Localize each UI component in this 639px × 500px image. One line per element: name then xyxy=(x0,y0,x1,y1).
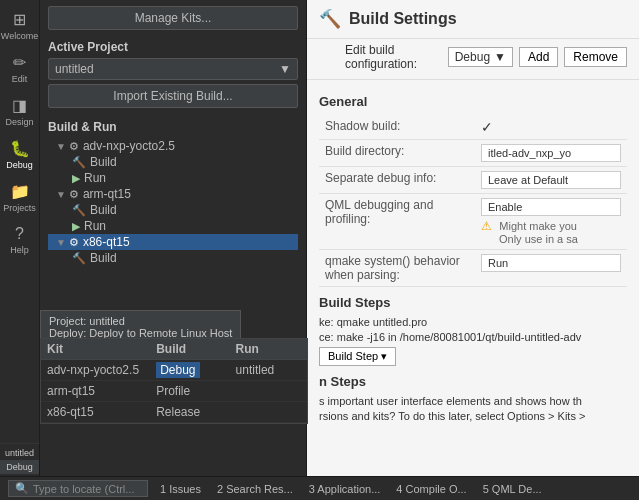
run-steps-section: n Steps s important user interface eleme… xyxy=(319,374,627,422)
sidebar-item-help[interactable]: ? Help xyxy=(0,219,39,261)
kit-name-2: x86-qt15 xyxy=(41,402,150,422)
sidebar-welcome-label: Welcome xyxy=(1,31,38,41)
table-row: Shadow build: ✓ xyxy=(319,115,627,140)
tree-run-adv-nxp[interactable]: ▶ Run xyxy=(48,170,298,186)
tree-build-adv-nxp[interactable]: 🔨 Build xyxy=(48,154,298,170)
add-build-step-button[interactable]: Build Step ▾ xyxy=(319,347,396,366)
qmake-label: qmake system() behavior when parsing: xyxy=(319,250,475,287)
config-label: Edit build configuration: xyxy=(345,43,442,71)
add-config-button[interactable]: Add xyxy=(519,47,558,67)
warning-text: Might make you xyxy=(499,220,577,232)
status-qml[interactable]: 5 QML De... xyxy=(479,483,546,495)
status-search-results[interactable]: 2 Search Res... xyxy=(213,483,297,495)
kit-build-2: Release xyxy=(150,402,229,422)
table-row: Build directory: itled-adv_nxp_yo xyxy=(319,140,627,167)
separate-debug-label: Separate debug info: xyxy=(319,167,475,194)
active-project-title: Active Project xyxy=(48,40,298,54)
warning-sub-text: Only use in a sa xyxy=(499,233,621,245)
qml-debug-value[interactable]: Enable xyxy=(481,198,621,216)
qmake-step-prefix: ke: xyxy=(319,316,337,328)
tree-run-label: Run xyxy=(84,171,106,185)
tree-build-arm-qt15[interactable]: 🔨 Build xyxy=(48,202,298,218)
build-icon-2: 🔨 xyxy=(72,204,86,217)
search-icon: 🔍 xyxy=(15,482,29,495)
tree-run-arm-label: Run xyxy=(84,219,106,233)
sidebar-item-edit[interactable]: ✏ Edit xyxy=(0,47,39,90)
sidebar-help-label: Help xyxy=(10,245,29,255)
build-run-section: Build & Run ▼ ⚙ adv-nxp-yocto2.5 🔨 Build… xyxy=(40,116,306,500)
icon-sidebar: ⊞ Welcome ✏ Edit ◨ Design 🐛 Debug 📁 Proj… xyxy=(0,0,40,500)
project-debug-indicator: untitled Debug xyxy=(0,443,40,476)
remove-config-button[interactable]: Remove xyxy=(564,47,627,67)
build-steps-section: Build Steps ke: qmake untitled.pro ce: m… xyxy=(319,295,627,366)
build-step-2: ce: make -j16 in /home/80081001/qt/build… xyxy=(319,331,627,343)
page-title: Build Settings xyxy=(349,10,457,28)
kit-build-0: Debug xyxy=(150,360,229,380)
shadow-build-value[interactable]: ✓ xyxy=(475,115,627,140)
sidebar-item-debug[interactable]: 🐛 Debug xyxy=(0,133,39,176)
kit-table-row-2[interactable]: x86-qt15 Release xyxy=(41,402,307,423)
run-column-header: Run xyxy=(230,339,307,359)
kit-table-row-1[interactable]: arm-qt15 Profile xyxy=(41,381,307,402)
project-dropdown[interactable]: untitled ▼ xyxy=(48,58,298,80)
kit-run-0: untitled xyxy=(230,360,307,380)
tree-kit-x86-qt15[interactable]: ▼ ⚙ x86-qt15 xyxy=(48,234,298,250)
run-icon: ▶ xyxy=(72,172,80,185)
project-name-indicator[interactable]: untitled xyxy=(0,446,39,460)
kit-run-2 xyxy=(230,402,307,422)
build-dir-value[interactable]: itled-adv_nxp_yo xyxy=(481,144,621,162)
kit-table-row-0[interactable]: adv-nxp-yocto2.5 Debug untitled xyxy=(41,360,307,381)
status-bar: 🔍 Type to locate (Ctrl... 1 Issues 2 Sea… xyxy=(0,476,639,500)
sidebar-item-design[interactable]: ◨ Design xyxy=(0,90,39,133)
tree-build-label: Build xyxy=(90,155,117,169)
projects-icon: 📁 xyxy=(10,182,30,201)
kit-name-0: adv-nxp-yocto2.5 xyxy=(41,360,150,380)
tree-kit-arm-qt15-label: arm-qt15 xyxy=(83,187,131,201)
status-issues[interactable]: 1 Issues xyxy=(156,483,205,495)
search-placeholder: Type to locate (Ctrl... xyxy=(33,483,134,495)
qmake-value[interactable]: Run xyxy=(481,254,621,272)
project-dropdown-value: untitled xyxy=(55,62,94,76)
manage-kits-button[interactable]: Manage Kits... xyxy=(48,6,298,30)
kit-column-header: Kit xyxy=(41,339,150,359)
tooltip-project: Project: untitled xyxy=(49,315,232,327)
separate-debug-value[interactable]: Leave at Default xyxy=(481,171,621,189)
build-settings-hammer-icon: 🔨 xyxy=(319,8,341,30)
sidebar-edit-label: Edit xyxy=(12,74,28,84)
tree-kit-adv-nxp[interactable]: ▼ ⚙ adv-nxp-yocto2.5 xyxy=(48,138,298,154)
sidebar-item-projects[interactable]: 📁 Projects xyxy=(0,176,39,219)
build-dir-label: Build directory: xyxy=(319,140,475,167)
kit-table-header: Kit Build Run xyxy=(41,339,307,360)
shadow-build-checkbox[interactable]: ✓ xyxy=(481,119,493,135)
tree-kit-adv-nxp-label: adv-nxp-yocto2.5 xyxy=(83,139,175,153)
tree-collapse-icon-3: ▼ xyxy=(56,237,66,248)
sidebar-debug-label: Debug xyxy=(6,160,33,170)
build-icon: 🔨 xyxy=(72,156,86,169)
status-application[interactable]: 3 Application... xyxy=(305,483,385,495)
make-step-value: make -j16 in /home/80081001/qt/build-unt… xyxy=(337,331,582,343)
build-run-title: Build & Run xyxy=(48,120,298,134)
debug-icon: 🐛 xyxy=(10,139,30,158)
config-dropdown[interactable]: Debug ▼ xyxy=(448,47,513,67)
locate-search[interactable]: 🔍 Type to locate (Ctrl... xyxy=(8,480,148,497)
active-project-section: Active Project untitled ▼ Import Existin… xyxy=(40,36,306,116)
help-icon: ? xyxy=(15,225,24,243)
tree-build-x86[interactable]: 🔨 Build xyxy=(48,250,298,266)
kit-build-debug-badge: Debug xyxy=(156,362,199,378)
sidebar-item-welcome[interactable]: ⊞ Welcome xyxy=(0,4,39,47)
tree-kit-arm-qt15[interactable]: ▼ ⚙ arm-qt15 xyxy=(48,186,298,202)
warning-row: ⚠ Might make you xyxy=(481,219,621,233)
tree-run-arm-qt15[interactable]: ▶ Run xyxy=(48,218,298,234)
tree-build-arm-label: Build xyxy=(90,203,117,217)
shadow-build-label: Shadow build: xyxy=(319,115,475,140)
status-compile[interactable]: 4 Compile O... xyxy=(392,483,470,495)
import-existing-build-button[interactable]: Import Existing Build... xyxy=(48,84,298,108)
sidebar-design-label: Design xyxy=(5,117,33,127)
table-row: qmake system() behavior when parsing: Ru… xyxy=(319,250,627,287)
project-tree: ▼ ⚙ adv-nxp-yocto2.5 🔨 Build ▶ Run ▼ ⚙ a… xyxy=(48,138,298,266)
debug-indicator[interactable]: Debug xyxy=(0,460,39,474)
config-dropdown-value: Debug xyxy=(455,50,490,64)
kit-name-1: arm-qt15 xyxy=(41,381,150,401)
add-build-step-label: Build Step ▾ xyxy=(328,350,387,363)
welcome-icon: ⊞ xyxy=(13,10,26,29)
